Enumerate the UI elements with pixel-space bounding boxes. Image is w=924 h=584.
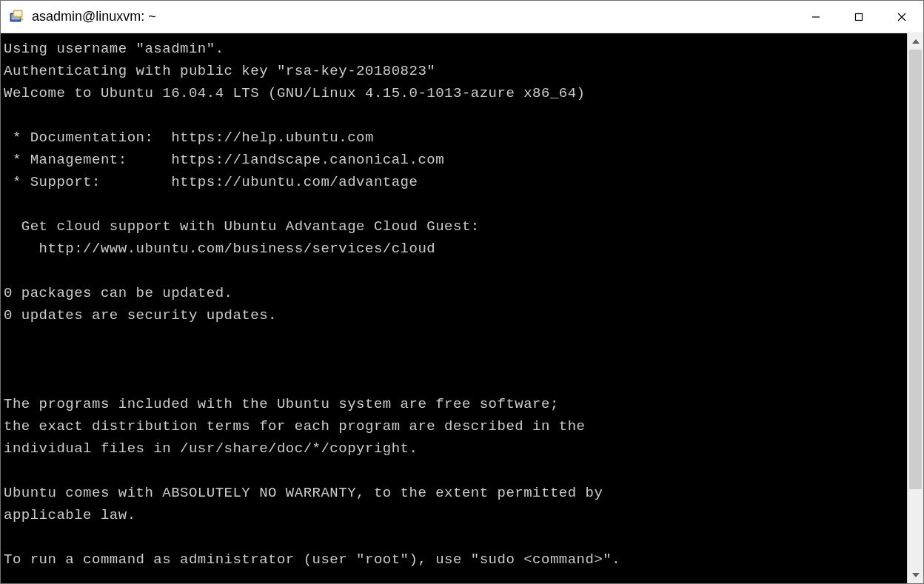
svg-marker-10 [912, 573, 920, 577]
scrollbar-down-arrow-icon[interactable] [908, 567, 923, 583]
scrollbar-thumb[interactable] [909, 50, 922, 489]
terminal-container: Using username "asadmin". Authenticating… [1, 33, 923, 583]
putty-icon [8, 8, 26, 26]
svg-rect-6 [856, 13, 863, 20]
putty-window: asadmin@linuxvm: ~ Using username "asadm… [0, 0, 924, 584]
scrollbar-up-arrow-icon[interactable] [908, 33, 923, 50]
window-title: asadmin@linuxvm: ~ [32, 9, 794, 24]
terminal-output[interactable]: Using username "asadmin". Authenticating… [1, 33, 907, 583]
vertical-scrollbar[interactable] [907, 33, 923, 583]
maximize-button[interactable] [837, 1, 880, 33]
scrollbar-track[interactable] [908, 50, 923, 567]
window-controls [794, 1, 923, 33]
svg-marker-9 [912, 39, 920, 44]
titlebar[interactable]: asadmin@linuxvm: ~ [1, 1, 923, 33]
minimize-button[interactable] [794, 1, 837, 33]
svg-rect-3 [15, 11, 21, 16]
close-button[interactable] [880, 1, 923, 33]
